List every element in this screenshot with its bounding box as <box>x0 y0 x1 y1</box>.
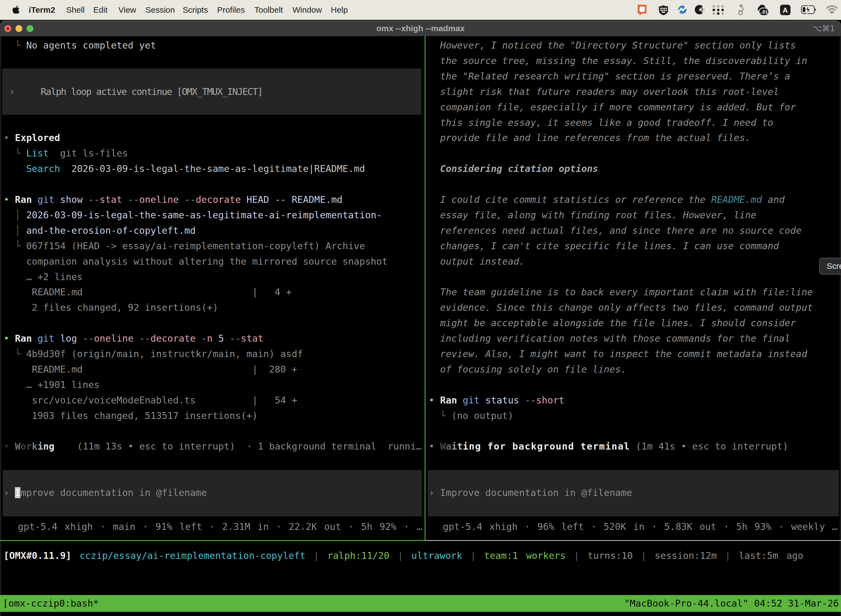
term-line-left-13: └ 067f154 (HEAD -> essay/ai-reimplementa… <box>4 238 365 254</box>
shield-grid-icon[interactable] <box>659 5 668 15</box>
term-line-right-11: essay file, along with finding root file… <box>429 208 756 223</box>
term-segment: git <box>463 395 479 406</box>
menu-bar: iTerm2ShellEditViewSessionScriptsProfile… <box>0 0 841 20</box>
term-segment: (11m 13s • esc to interrupt) · 1 backgro… <box>54 441 422 452</box>
menu-help[interactable]: Help <box>331 0 348 20</box>
term-segment: decorate <box>150 333 196 344</box>
status-segment: [OMX#0.11.9] <box>4 550 72 561</box>
pane-border-active <box>0 540 425 541</box>
term-line-right-20: review. Also, I might want to inspect th… <box>429 346 807 362</box>
term-line-left-6: • Explored <box>4 130 60 146</box>
term-segment <box>122 194 128 205</box>
term-segment: git <box>38 194 54 205</box>
menu-scripts[interactable]: Scripts <box>183 0 208 20</box>
term-line-right-6: provide file and line references from th… <box>429 130 751 146</box>
term-line-left-31: gpt-5.4 xhigh · main · 91% left · 2.31M … <box>4 519 422 535</box>
term-segment: (1m 41s • esc to interrupt) <box>630 441 788 452</box>
term-segment: git <box>38 333 54 344</box>
pie-wedge-icon[interactable] <box>695 4 705 15</box>
term-segment: oneline <box>94 333 133 344</box>
term-segment: 2026-03-09-is-legal-the-same-as-legitima… <box>60 163 365 174</box>
term-segment: mprove documentation in @filename <box>21 487 207 498</box>
term-line-right-14: output instead. <box>429 254 525 269</box>
wifi-icon[interactable] <box>826 6 838 14</box>
term-segment: Ran <box>440 395 457 406</box>
term-segment: › <box>4 487 15 498</box>
term-segment: i <box>451 441 457 452</box>
status-segment <box>72 550 79 561</box>
term-segment: the source tree, missing the essay. Stil… <box>429 55 807 66</box>
status-segment: | <box>462 550 484 561</box>
term-segment <box>4 163 26 174</box>
battery-charging-icon[interactable] <box>801 5 816 15</box>
tmux-session-label: [omx-cczip0:bash* <box>3 595 99 612</box>
term-segment: stat <box>241 333 264 344</box>
menu-edit[interactable]: Edit <box>93 0 108 20</box>
term-line-right-4: companion file, especially if more comme… <box>429 100 796 115</box>
term-segment: short <box>536 395 564 406</box>
term-segment: • <box>429 441 440 452</box>
chat-app-icon[interactable] <box>638 5 647 16</box>
term-line-right-16: The team guideline is to back every impo… <box>429 285 813 300</box>
term-line-left-19: • Ran git log --oneline --decorate -n 5 … <box>4 331 264 346</box>
term-segment: changes, I can't cite specific file line… <box>429 241 779 251</box>
term-segment <box>32 333 37 344</box>
term-segment: -- <box>275 194 286 205</box>
term-line-right-13: changes, I can't cite specific file line… <box>429 238 779 254</box>
menu-shell[interactable]: Shell <box>66 0 85 20</box>
term-segment: I could cite commit statistics or refere… <box>429 194 711 205</box>
term-segment: › <box>429 487 440 498</box>
status-segment: | <box>566 550 588 561</box>
status-segment: | <box>717 550 738 561</box>
screen-overlay-label: Scre <box>827 261 841 270</box>
window-shortcut: ⌥⌘1 <box>813 21 835 36</box>
term-line-left-3: › Ralph loop active continue [OMX_TMUX_I… <box>4 84 262 100</box>
apple-icon[interactable] <box>12 5 20 14</box>
terminal[interactable]: └ No agents completed yet › Ralph loop a… <box>0 36 841 616</box>
term-segment: • <box>429 395 440 406</box>
term-segment: Ralph loop active continue [OMX_TMUX_INJ… <box>21 86 262 97</box>
screen-overlay-button[interactable]: Scre <box>819 258 841 274</box>
term-line-left-17: 2 files changed, 92 insertions(+) <box>4 300 218 315</box>
term-line-left-16: README.md | 4 + <box>4 285 292 300</box>
term-line-right-10: I could cite commit statistics or refere… <box>429 192 785 208</box>
menu-view[interactable]: View <box>119 0 136 20</box>
menu-toolbelt[interactable]: Toolbelt <box>254 0 283 20</box>
menu-session[interactable]: Session <box>145 0 175 20</box>
term-segment: status <box>479 395 525 406</box>
cloud-badge-icon[interactable]: ..61 <box>757 4 769 16</box>
term-segment: 5 <box>213 333 230 344</box>
term-segment: 4b9d30f (origin/main, instructkr/main, m… <box>26 348 303 359</box>
term-segment: │ <box>4 210 26 220</box>
menu-window[interactable]: Window <box>293 0 322 20</box>
term-segment: and <box>762 194 785 205</box>
term-line-right-18: might be acceptable alongside the file l… <box>429 315 796 331</box>
activity-sync-icon[interactable] <box>678 4 687 15</box>
term-segment: └ <box>4 348 26 359</box>
menu-profiles[interactable]: Profiles <box>217 0 245 20</box>
keyboard-layout-icon[interactable]: A <box>779 5 791 15</box>
status-segment: team:1 workers <box>484 550 566 561</box>
term-segment: -- <box>128 194 139 205</box>
grid-dots-icon[interactable] <box>712 5 724 15</box>
term-segment: No agents completed yet <box>26 40 156 51</box>
term-line-left-14: companion analysis without altering the … <box>4 254 388 269</box>
term-line-left-7: └ List git ls-files <box>4 146 128 161</box>
term-segment: of focusing solely on file lines. <box>429 364 626 375</box>
term-segment: Improve documentation in @filename <box>440 487 632 498</box>
status-segment: | <box>390 550 412 561</box>
term-line-left-22: … +1901 lines <box>4 377 100 393</box>
term-line-right-0: However, I noticed the "Directory Struct… <box>429 38 796 53</box>
wireguard-dragon-icon[interactable] <box>737 4 744 15</box>
term-segment: provide file and line references from th… <box>429 132 751 143</box>
term-line-right-31: gpt-5.4 xhigh · 96% left · 520K in · 5.8… <box>429 519 838 535</box>
term-segment: • <box>4 132 15 143</box>
menu-iterm2[interactable]: iTerm2 <box>29 0 55 20</box>
term-segment: git ls-files <box>49 148 128 159</box>
term-line-right-12: references need actual files, and since … <box>429 223 801 238</box>
status-segment: ultrawork <box>412 550 462 561</box>
pane-divider[interactable] <box>425 36 425 540</box>
term-segment: └ <box>4 148 26 159</box>
term-segment: 2 files changed, 92 insertions(+) <box>4 302 218 313</box>
term-line-left-26: • Working (11m 13s • esc to interrupt) ·… <box>4 439 422 454</box>
